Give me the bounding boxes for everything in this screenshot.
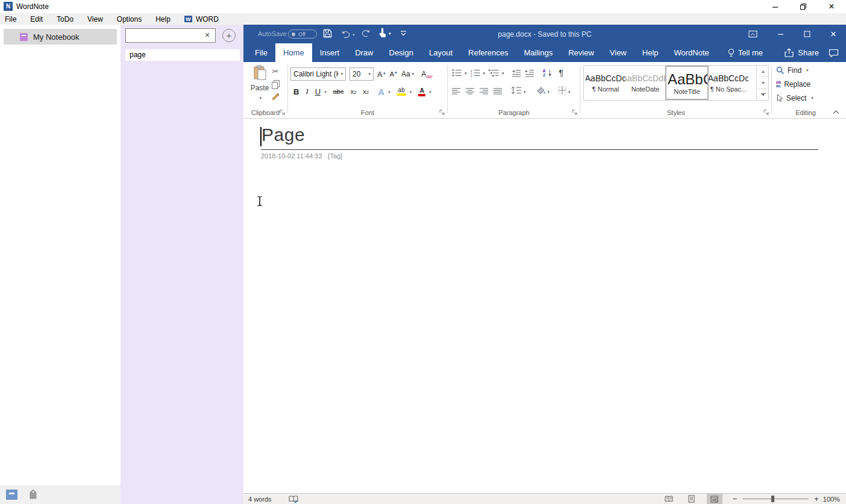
decrease-indent-button[interactable] xyxy=(512,69,521,77)
word-maximize-button[interactable] xyxy=(795,25,818,43)
word-count[interactable]: 4 words xyxy=(248,496,272,503)
text-effects-dropdown[interactable] xyxy=(386,86,390,97)
proofing-status-button[interactable] xyxy=(289,495,298,503)
multilevel-dropdown[interactable] xyxy=(500,67,504,78)
change-case-button[interactable]: Aa xyxy=(401,70,414,78)
clipboard-dialog-launcher[interactable] xyxy=(280,110,286,116)
font-color-dropdown[interactable] xyxy=(427,86,431,97)
paragraph-dialog-launcher[interactable] xyxy=(572,110,578,116)
highlight-dropdown[interactable] xyxy=(408,86,412,97)
tab-file[interactable]: File xyxy=(247,43,275,62)
tab-references[interactable]: References xyxy=(460,43,516,62)
note-title-text[interactable]: Page xyxy=(262,125,305,145)
search-clear-icon[interactable]: × xyxy=(205,30,210,40)
add-page-button[interactable]: + xyxy=(222,29,236,42)
replace-button[interactable]: abac Replace xyxy=(776,80,810,89)
ribbon-display-options-button[interactable] xyxy=(741,25,764,43)
menu-word[interactable]: W WORD xyxy=(184,15,219,23)
zoom-out-button[interactable]: − xyxy=(731,494,739,503)
paste-dropdown[interactable] xyxy=(258,92,262,102)
sort-button[interactable]: A Z xyxy=(543,69,546,77)
notebooks-view-icon[interactable] xyxy=(6,490,17,500)
tab-mailings[interactable]: Mailings xyxy=(516,43,561,62)
font-dialog-launcher[interactable] xyxy=(439,110,445,116)
italic-button[interactable]: I xyxy=(306,87,308,96)
app-restore-button[interactable] xyxy=(790,0,816,13)
word-minimize-button[interactable] xyxy=(769,25,792,43)
tab-draw[interactable]: Draw xyxy=(347,43,381,62)
grow-font-button[interactable]: A▲ xyxy=(377,70,386,79)
menu-help[interactable]: Help xyxy=(155,15,171,23)
styles-dialog-launcher[interactable] xyxy=(763,110,769,116)
cut-button[interactable]: ✂ xyxy=(272,67,279,76)
increase-indent-button[interactable] xyxy=(525,69,534,77)
line-spacing-button[interactable] xyxy=(511,86,526,97)
note-date-line[interactable]: 2018-10-02 11:44:33 [Tag] xyxy=(261,152,342,160)
styles-more-button[interactable]: ▼ xyxy=(758,89,768,100)
comments-button[interactable] xyxy=(825,43,846,62)
tab-home[interactable]: Home xyxy=(275,43,312,62)
align-right-button[interactable] xyxy=(480,88,489,95)
numbering-dropdown[interactable] xyxy=(481,67,486,78)
menu-edit[interactable]: Edit xyxy=(30,15,43,23)
collapse-ribbon-button[interactable] xyxy=(833,110,839,114)
tab-view[interactable]: View xyxy=(602,43,634,62)
justify-button[interactable] xyxy=(494,88,503,95)
text-effects-button[interactable]: A xyxy=(378,87,384,97)
share-button[interactable]: Share xyxy=(778,43,825,62)
style-notedate[interactable]: AaBbCcDdE NoteDate xyxy=(625,67,665,99)
clear-formatting-button[interactable]: A xyxy=(421,70,432,78)
zoom-in-button[interactable]: + xyxy=(812,494,821,503)
subscript-button[interactable]: x2 xyxy=(350,88,356,95)
document-canvas[interactable]: Page 2018-10-02 11:44:33 [Tag] xyxy=(243,119,846,493)
align-left-button[interactable] xyxy=(452,88,461,95)
highlight-button[interactable]: ab xyxy=(397,87,406,96)
find-button[interactable]: Find xyxy=(776,66,809,75)
notebook-item[interactable]: My Notebook xyxy=(4,29,117,45)
font-color-button[interactable]: A xyxy=(418,87,425,96)
styles-scroll-down[interactable]: ▼ xyxy=(758,77,768,89)
tab-wordnote[interactable]: WordNote xyxy=(666,43,717,62)
select-button[interactable]: Select xyxy=(776,94,813,102)
tell-me-box[interactable]: Tell me xyxy=(722,43,769,62)
numbering-button[interactable]: 123 xyxy=(471,69,480,77)
style-normal[interactable]: AaBbCcDc ¶ Normal xyxy=(586,67,625,99)
zoom-level[interactable]: 100% xyxy=(823,496,840,503)
zoom-slider-thumb[interactable] xyxy=(771,496,774,502)
shading-button[interactable] xyxy=(536,86,550,97)
shrink-font-button[interactable]: A▼ xyxy=(390,70,398,78)
strikethrough-button[interactable]: abc xyxy=(333,88,344,95)
page-list-item[interactable]: page xyxy=(125,49,240,61)
zoom-slider[interactable] xyxy=(742,499,809,499)
superscript-button[interactable]: x2 xyxy=(363,88,369,95)
menu-file[interactable]: File xyxy=(5,15,16,23)
style-notetitle[interactable]: AaBbC NoteTitle xyxy=(665,66,709,100)
tags-view-icon[interactable] xyxy=(28,488,38,500)
print-layout-button[interactable] xyxy=(684,494,700,504)
font-size-select[interactable]: 20 xyxy=(349,67,374,81)
underline-button[interactable]: U xyxy=(315,87,321,96)
search-input[interactable] xyxy=(125,28,216,43)
align-center-button[interactable] xyxy=(466,88,475,95)
menu-options[interactable]: Options xyxy=(117,15,142,23)
tab-layout[interactable]: Layout xyxy=(421,43,460,62)
show-hide-pilcrow-button[interactable]: ¶ xyxy=(559,68,564,78)
tab-design[interactable]: Design xyxy=(381,43,421,62)
borders-button[interactable] xyxy=(558,86,571,97)
find-dropdown[interactable] xyxy=(804,66,809,75)
format-painter-button[interactable] xyxy=(271,93,280,102)
word-close-button[interactable]: × xyxy=(822,25,845,43)
web-layout-button[interactable] xyxy=(707,494,722,504)
paste-button[interactable]: Paste xyxy=(248,65,271,104)
read-mode-button[interactable] xyxy=(661,494,677,504)
tab-help[interactable]: Help xyxy=(634,43,666,62)
app-minimize-button[interactable] xyxy=(762,0,788,13)
menu-todo[interactable]: ToDo xyxy=(57,15,74,23)
tab-insert[interactable]: Insert xyxy=(312,43,348,62)
bullets-button[interactable] xyxy=(452,69,462,77)
bullets-dropdown[interactable] xyxy=(463,67,467,78)
style-nospacing[interactable]: AaBbCcDc ¶ No Spac... xyxy=(709,67,748,99)
menu-view[interactable]: View xyxy=(87,15,103,23)
app-close-button[interactable]: × xyxy=(818,0,845,13)
font-name-select[interactable]: Calibri Light (H xyxy=(290,67,346,81)
